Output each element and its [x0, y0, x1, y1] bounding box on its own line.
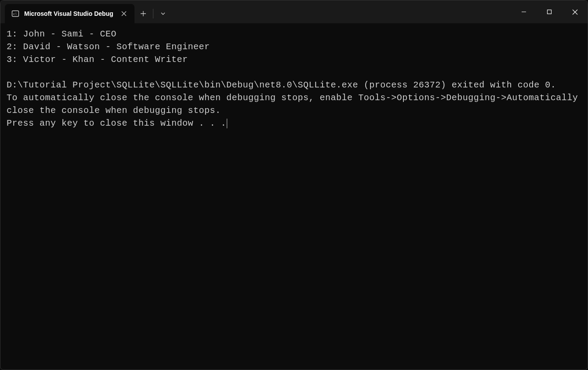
cursor [227, 119, 227, 128]
titlebar: c:\ Microsoft Visual Studio Debug [0, 0, 588, 23]
new-tab-button[interactable] [134, 6, 152, 22]
minimize-button[interactable] [511, 0, 537, 23]
tab-close-button[interactable] [120, 9, 128, 18]
console-line: 1: John - Sami - CEO [7, 29, 116, 39]
tabbar-actions [134, 4, 172, 23]
terminal-tab[interactable]: c:\ Microsoft Visual Studio Debug [5, 4, 134, 23]
window-controls [511, 0, 588, 23]
terminal-output[interactable]: 1: John - Sami - CEO 2: David - Watson -… [0, 23, 588, 134]
console-line: To automatically close the console when … [7, 93, 584, 116]
close-button[interactable] [562, 0, 588, 23]
svg-text:c:\: c:\ [13, 12, 17, 16]
tab-title: Microsoft Visual Studio Debug [24, 10, 113, 17]
console-line: 2: David - Watson - Software Engineer [7, 42, 210, 52]
tab-dropdown-button[interactable] [154, 6, 172, 22]
console-line: 3: Victor - Khan - Content Writer [7, 54, 188, 65]
tabbar-divider [153, 9, 153, 18]
maximize-button[interactable] [537, 0, 562, 23]
titlebar-drag-region[interactable] [172, 0, 511, 23]
svg-rect-2 [548, 10, 552, 14]
console-line: Press any key to close this window . . . [7, 118, 226, 128]
terminal-icon: c:\ [11, 9, 20, 18]
console-line: D:\Tutorial Project\SQLLite\SQLLite\bin\… [7, 80, 556, 90]
